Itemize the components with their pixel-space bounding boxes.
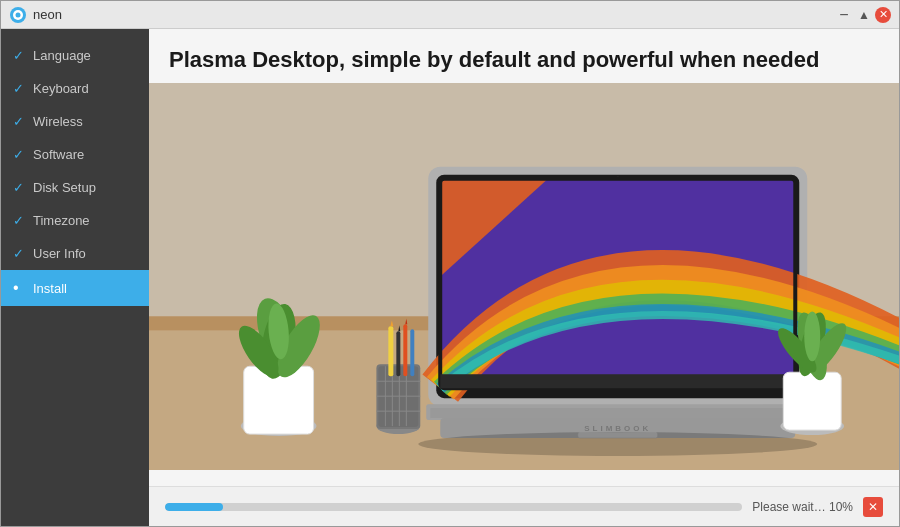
cancel-button[interactable]: ✕ (863, 497, 883, 517)
check-icon-user-info: ✓ (13, 246, 27, 261)
scene-background: SLIMBOOK (149, 83, 899, 470)
progress-bar-container (165, 503, 742, 511)
svg-point-43 (418, 432, 817, 456)
sidebar-label-disk-setup: Disk Setup (33, 180, 96, 195)
svg-point-50 (804, 311, 820, 361)
sidebar-item-install[interactable]: • Install (1, 270, 149, 306)
window-controls: − ▲ ✕ (835, 6, 891, 24)
sidebar: ✓ Language ✓ Keyboard ✓ Wireless ✓ Softw… (1, 29, 149, 526)
sidebar-item-wireless[interactable]: ✓ Wireless (1, 105, 149, 138)
check-icon-language: ✓ (13, 48, 27, 63)
sidebar-item-software[interactable]: ✓ Software (1, 138, 149, 171)
window-title: neon (33, 7, 62, 22)
sidebar-label-user-info: User Info (33, 246, 86, 261)
maximize-button[interactable]: ▲ (855, 6, 873, 24)
svg-text:SLIMBOOK: SLIMBOOK (584, 424, 651, 433)
titlebar-left: neon (9, 6, 62, 24)
check-icon-timezone: ✓ (13, 213, 27, 228)
svg-rect-39 (430, 408, 805, 418)
sidebar-item-keyboard[interactable]: ✓ Keyboard (1, 72, 149, 105)
svg-rect-26 (410, 329, 414, 376)
main-content: ✓ Language ✓ Keyboard ✓ Wireless ✓ Softw… (1, 29, 899, 526)
svg-rect-37 (440, 374, 795, 388)
check-icon-disk-setup: ✓ (13, 180, 27, 195)
svg-point-2 (16, 12, 21, 17)
sidebar-item-language[interactable]: ✓ Language (1, 39, 149, 72)
minimize-button[interactable]: − (835, 6, 853, 24)
sidebar-label-language: Language (33, 48, 91, 63)
svg-rect-24 (396, 331, 400, 376)
sidebar-label-timezone: Timezone (33, 213, 90, 228)
svg-rect-45 (783, 372, 841, 430)
bullet-icon-install: • (13, 279, 27, 297)
sidebar-label-software: Software (33, 147, 84, 162)
right-panel: Plasma Desktop, simple by default and po… (149, 29, 899, 526)
content-area: Plasma Desktop, simple by default and po… (149, 29, 899, 486)
close-button[interactable]: ✕ (875, 7, 891, 23)
app-icon (9, 6, 27, 24)
check-icon-keyboard: ✓ (13, 81, 27, 96)
progress-bar-fill (165, 503, 223, 511)
check-icon-wireless: ✓ (13, 114, 27, 129)
sidebar-label-install: Install (33, 281, 67, 296)
svg-rect-23 (388, 326, 393, 376)
sidebar-label-keyboard: Keyboard (33, 81, 89, 96)
content-title: Plasma Desktop, simple by default and po… (149, 29, 899, 83)
sidebar-item-user-info[interactable]: ✓ User Info (1, 237, 149, 270)
sidebar-item-disk-setup[interactable]: ✓ Disk Setup (1, 171, 149, 204)
progress-text: Please wait… 10% (752, 500, 853, 514)
sidebar-label-wireless: Wireless (33, 114, 83, 129)
progress-area: Please wait… 10% ✕ (149, 486, 899, 526)
svg-rect-25 (403, 324, 407, 376)
main-window: neon − ▲ ✕ ✓ Language ✓ Keyboard ✓ Wirel… (0, 0, 900, 527)
titlebar: neon − ▲ ✕ (1, 1, 899, 29)
laptop-scene: SLIMBOOK (149, 83, 899, 470)
sidebar-item-timezone[interactable]: ✓ Timezone (1, 204, 149, 237)
check-icon-software: ✓ (13, 147, 27, 162)
